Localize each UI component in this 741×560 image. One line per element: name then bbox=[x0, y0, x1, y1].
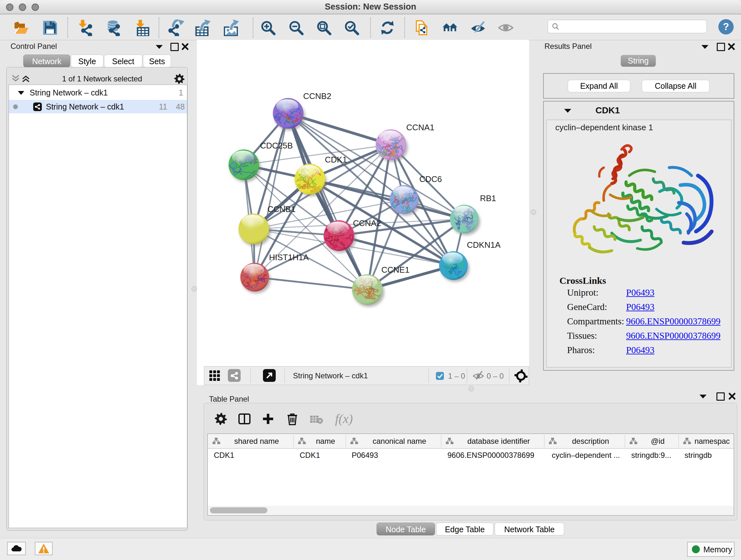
svg-text:RB1: RB1 bbox=[480, 193, 496, 203]
svg-text:CCNB1: CCNB1 bbox=[267, 204, 295, 214]
svg-text:CDC25B: CDC25B bbox=[260, 141, 293, 150]
svg-text:CDC6: CDC6 bbox=[419, 174, 442, 184]
svg-text:CCNB2: CCNB2 bbox=[303, 91, 331, 101]
svg-text:CCNA2: CCNA2 bbox=[353, 219, 381, 228]
svg-text:HIST1H1A: HIST1H1A bbox=[269, 253, 309, 262]
svg-text:CCNE1: CCNE1 bbox=[381, 265, 409, 274]
svg-text:CCNA1: CCNA1 bbox=[406, 123, 434, 132]
svg-text:CDKN1A: CDKN1A bbox=[467, 240, 501, 250]
svg-text:CDK1: CDK1 bbox=[325, 155, 347, 165]
